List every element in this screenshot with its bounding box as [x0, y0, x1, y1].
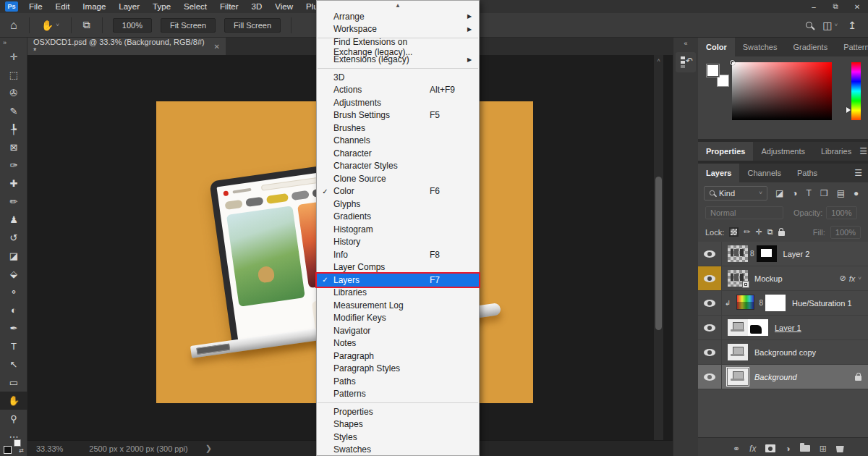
add-mask-icon[interactable]: [765, 444, 775, 452]
history-brush-tool[interactable]: ↺: [0, 229, 27, 247]
menu-item-character-styles[interactable]: Character Styles: [317, 160, 479, 173]
path-select-tool[interactable]: ↖: [0, 355, 27, 373]
layer-row-mockup[interactable]: Mockup⊘fx˅: [698, 266, 868, 291]
tab-libraries[interactable]: Libraries: [813, 142, 859, 161]
saturation-brightness-field[interactable]: [732, 62, 832, 120]
visibility-cell[interactable]: [698, 316, 722, 339]
color-field-marker[interactable]: [730, 60, 735, 65]
home-icon[interactable]: ⌂: [0, 19, 23, 32]
tab-close-icon[interactable]: ✕: [214, 43, 220, 51]
menu-scroll-up-icon[interactable]: ▲: [317, 1, 479, 10]
panel-menu-icon[interactable]: ☰: [854, 164, 868, 182]
tab-adjustments[interactable]: Adjustments: [753, 142, 813, 161]
layer-name[interactable]: Layer 1: [775, 324, 801, 332]
menu-item-info[interactable]: InfoF8: [317, 248, 479, 261]
tab-color[interactable]: Color: [698, 38, 735, 56]
menu-item-navigator[interactable]: Navigator: [317, 324, 479, 337]
eye-icon[interactable]: [704, 324, 715, 332]
clone-stamp-tool[interactable]: ♟: [0, 211, 27, 229]
fill-screen-button[interactable]: Fill Screen: [224, 18, 281, 33]
menu-item-actions[interactable]: ActionsAlt+F9: [317, 84, 479, 97]
menu-item-history[interactable]: History: [317, 236, 479, 249]
menubar-item-file[interactable]: File: [22, 1, 49, 12]
status-zoom-level[interactable]: 33.33%: [36, 444, 63, 453]
blur-tool[interactable]: ⚬: [0, 283, 27, 301]
layer-mask-thumbnail[interactable]: [748, 319, 768, 336]
menubar-item-layer[interactable]: Layer: [112, 1, 146, 12]
panel-menu-icon[interactable]: ☰: [859, 142, 868, 161]
fill-value[interactable]: 100%: [830, 226, 861, 239]
menubar-item-view[interactable]: View: [268, 1, 299, 12]
layer-thumbnail[interactable]: [728, 270, 748, 287]
workspace-switcher-icon[interactable]: ◫ ˅: [822, 20, 838, 31]
dock-collapse-icon[interactable]: «: [673, 38, 698, 49]
menu-item-libraries[interactable]: Libraries: [317, 287, 479, 300]
marquee-tool[interactable]: ⬚: [0, 66, 27, 84]
menu-item-glyphs[interactable]: Glyphs: [317, 198, 479, 211]
eye-icon[interactable]: [704, 373, 715, 381]
frame-tool[interactable]: ⊠: [0, 138, 27, 156]
menu-item-paths[interactable]: Paths: [317, 375, 479, 388]
eyedropper-tool[interactable]: ✑: [0, 156, 27, 174]
fit-screen-button[interactable]: Fit Screen: [161, 18, 216, 33]
layer-name[interactable]: Layer 2: [783, 250, 810, 258]
menu-item-adjustments[interactable]: Adjustments: [317, 96, 479, 109]
dodge-tool[interactable]: ◐: [0, 301, 27, 319]
eraser-tool[interactable]: ◪: [0, 247, 27, 265]
layer-mask-thumbnail[interactable]: [765, 295, 786, 311]
minimize-icon[interactable]: –: [803, 0, 825, 13]
layer-row-layer-1[interactable]: Layer 1: [698, 316, 868, 340]
scrollbar-thumb[interactable]: [655, 177, 662, 330]
menu-item-swatches[interactable]: Swatches: [317, 444, 479, 456]
filter-adjustment-icon[interactable]: ◑: [792, 188, 797, 198]
history-panel-icon[interactable]: ↶: [676, 52, 696, 72]
hand-tool-option-icon[interactable]: ✋ ˅: [35, 20, 65, 31]
filter-image-icon[interactable]: ◪: [775, 188, 783, 198]
tab-swatches[interactable]: Swatches: [735, 38, 786, 56]
tab-channels[interactable]: Channels: [739, 164, 788, 182]
visibility-cell[interactable]: [698, 266, 722, 290]
menu-item-patterns[interactable]: Patterns: [317, 388, 479, 401]
artboard-icon[interactable]: ⧉: [77, 19, 96, 31]
menu-item-modifier-keys[interactable]: Modifier Keys: [317, 312, 479, 325]
lock-paint-icon[interactable]: ✏: [744, 227, 750, 237]
blend-effects-icon[interactable]: ⊘: [840, 274, 846, 283]
zoom-100-button[interactable]: 100%: [113, 18, 152, 33]
lock-artboard-icon[interactable]: ⧉: [767, 227, 773, 237]
menu-item-shapes[interactable]: Shapes: [317, 418, 479, 431]
status-chevron-icon[interactable]: ❯: [205, 444, 212, 453]
menubar-item-edit[interactable]: Edit: [49, 1, 77, 12]
healing-brush-tool[interactable]: ✚: [0, 174, 27, 193]
menu-item-channels[interactable]: Channels: [317, 135, 479, 148]
tab-properties[interactable]: Properties: [698, 142, 753, 161]
menu-item-properties[interactable]: Properties: [317, 405, 479, 418]
menubar-item-type[interactable]: Type: [146, 1, 177, 12]
move-tool[interactable]: ✛: [0, 48, 27, 66]
restore-icon[interactable]: ⧉: [825, 0, 846, 13]
layer-thumbnail[interactable]: [728, 344, 748, 360]
menu-item-layer-comps[interactable]: Layer Comps: [317, 261, 479, 274]
kind-filter-dropdown[interactable]: Kind ˅: [704, 186, 767, 200]
chevron-down-icon[interactable]: ˅: [858, 275, 861, 282]
eye-icon[interactable]: [704, 275, 715, 282]
filter-toggle-icon[interactable]: ●: [854, 188, 859, 198]
new-adjustment-icon[interactable]: ◑: [785, 444, 790, 454]
fx-icon[interactable]: fx: [849, 274, 856, 283]
menu-item-workspace[interactable]: Workspace▶: [317, 23, 479, 36]
filter-type-icon[interactable]: T: [807, 188, 812, 198]
foreground-color-swatch[interactable]: [4, 446, 12, 454]
document-tab[interactable]: OSXDCD1.psd @ 33.3% (Background, RGB/8#)…: [27, 38, 226, 55]
gradient-tool[interactable]: ⬙: [0, 265, 27, 283]
pen-tool[interactable]: ✒: [0, 319, 27, 337]
menu-item-color[interactable]: ✓ColorF6: [317, 185, 479, 198]
shape-tool[interactable]: ▭: [0, 373, 27, 392]
opacity-value[interactable]: 100%: [826, 206, 856, 219]
foreground-color-swatch[interactable]: [706, 64, 720, 77]
swap-colors-icon[interactable]: ⇄: [19, 447, 24, 454]
menu-item-paragraph-styles[interactable]: Paragraph Styles: [317, 363, 479, 376]
filter-shape-icon[interactable]: ❒: [820, 188, 828, 198]
menu-item-extensions-legacy[interactable]: Extensions (legacy)▶: [317, 54, 479, 67]
foreground-background-swatches[interactable]: [706, 64, 729, 87]
layer-row-hue-saturation-1[interactable]: ↲8Hue/Saturation 1: [698, 291, 868, 316]
menu-item-character[interactable]: Character: [317, 147, 479, 160]
